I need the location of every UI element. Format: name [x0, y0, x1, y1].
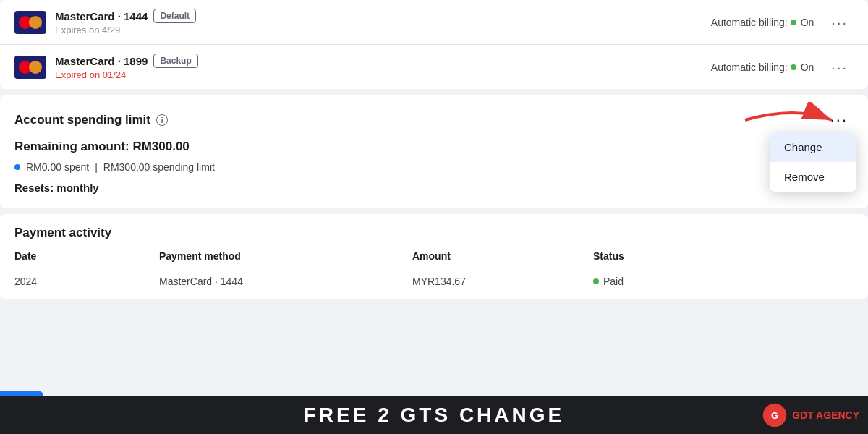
col-amount: Amount	[412, 250, 593, 268]
spending-section: Account spending limit i ··· Change	[0, 95, 868, 208]
dropdown-change[interactable]: Change	[770, 132, 856, 162]
svg-text:G: G	[771, 411, 778, 421]
spending-dropdown: Change Remove	[770, 132, 856, 192]
gdt-logo-svg: G	[762, 402, 788, 428]
card-expiry-1444: Expires on 4/29	[55, 25, 196, 35]
payment-title: Payment activity	[14, 226, 854, 240]
spending-header: Account spending limit i ···	[14, 109, 854, 131]
billing-on-1444: On	[801, 17, 814, 28]
spending-title-row: Account spending limit i	[14, 113, 168, 127]
spending-dot	[14, 164, 20, 170]
card-left-1899: MasterCard · 1899 Backup Expired on 01/2…	[14, 54, 198, 80]
card-name-1444: MasterCard · 1444	[55, 10, 148, 22]
mastercard-icon-1444	[14, 11, 46, 34]
billing-on-1899: On	[801, 61, 814, 73]
mastercard-circle-right-1899	[29, 61, 42, 74]
row-date: 2024	[14, 268, 159, 288]
billing-status-1899: Automatic billing: On	[711, 61, 814, 73]
mastercard-icon-1899	[14, 56, 46, 79]
row-status: Paid	[593, 268, 854, 288]
gdt-label: GDT AGENCY	[792, 409, 859, 421]
card-right-1899: Automatic billing: On ···	[711, 57, 854, 77]
three-dots-1899[interactable]: ···	[825, 57, 854, 77]
col-date: Date	[14, 250, 159, 268]
card-info-1899: MasterCard · 1899 Backup Expired on 01/2…	[55, 54, 198, 80]
card-right-1444: Automatic billing: On ···	[711, 12, 854, 33]
payment-section: Payment activity Date Payment method Amo…	[0, 214, 868, 299]
cards-section: MasterCard · 1444 Default Expires on 4/2…	[0, 0, 868, 89]
card-name-row-1444: MasterCard · 1444 Default	[55, 9, 196, 23]
resets-text: Resets: monthly	[14, 182, 854, 194]
billing-dot-1444	[791, 20, 796, 25]
billing-label-1444: Automatic billing:	[711, 17, 788, 28]
billing-status-1444: Automatic billing: On	[711, 17, 814, 28]
card-row-1899: MasterCard · 1899 Backup Expired on 01/2…	[0, 45, 868, 89]
info-icon[interactable]: i	[156, 114, 168, 126]
dropdown-remove[interactable]: Remove	[770, 162, 856, 192]
table-row: 2024 MasterCard · 1444 MYR134.67 Paid	[14, 268, 854, 288]
payment-table: Date Payment method Amount Status 2024 M…	[14, 250, 854, 287]
limit-text: RM300.00 spending limit	[103, 161, 215, 173]
spent-text: RM0.00 spent	[26, 161, 89, 173]
mastercard-circle-right	[29, 16, 42, 29]
paid-label: Paid	[603, 276, 624, 287]
bottom-text: FREE 2 GTS CHANGE	[304, 404, 564, 427]
remaining-amount: Remaining amount: RM300.00	[14, 140, 854, 154]
spending-title: Account spending limit	[14, 113, 150, 127]
paid-badge: Paid	[593, 276, 854, 287]
card-name-1899: MasterCard · 1899	[55, 55, 148, 67]
col-method: Payment method	[159, 250, 412, 268]
bottom-overlay: FREE 2 GTS CHANGE	[0, 396, 868, 434]
gdt-watermark: G GDT AGENCY	[762, 402, 859, 428]
spending-three-dots[interactable]: ···	[825, 109, 854, 131]
card-badge-1444: Default	[153, 9, 196, 23]
billing-label-1899: Automatic billing:	[711, 61, 788, 73]
billing-dot-1899	[791, 64, 796, 70]
page-container: MasterCard · 1444 Default Expires on 4/2…	[0, 0, 868, 434]
spending-details: RM0.00 spent | RM300.00 spending limit	[14, 161, 854, 173]
row-amount: MYR134.67	[412, 268, 593, 288]
separator: |	[95, 161, 98, 173]
card-info-1444: MasterCard · 1444 Default Expires on 4/2…	[55, 9, 196, 35]
card-name-row-1899: MasterCard · 1899 Backup	[55, 54, 198, 68]
three-dots-1444[interactable]: ···	[825, 12, 854, 33]
col-status: Status	[593, 250, 854, 268]
card-row-1444: MasterCard · 1444 Default Expires on 4/2…	[0, 0, 868, 45]
card-expiry-1899: Expired on 01/24	[55, 69, 198, 80]
row-method: MasterCard · 1444	[159, 268, 412, 288]
card-left-1444: MasterCard · 1444 Default Expires on 4/2…	[14, 9, 196, 35]
paid-dot	[593, 278, 599, 284]
card-badge-1899: Backup	[153, 54, 197, 68]
